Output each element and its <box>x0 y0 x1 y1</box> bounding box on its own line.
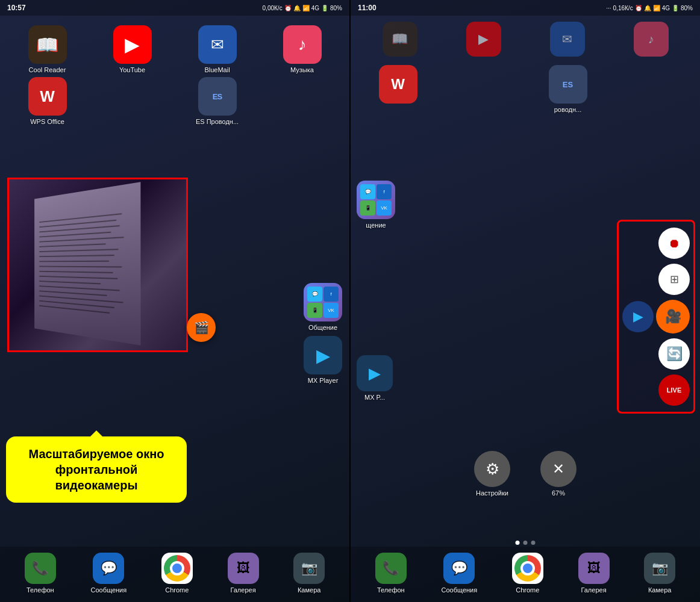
dock-sms-right[interactable]: 💬 Сообщения <box>441 553 477 594</box>
video-cam-btn[interactable]: 🎥 <box>656 300 690 334</box>
app-es[interactable]: ES ES Проводн... <box>177 77 257 125</box>
dock-camera-left[interactable]: 📷 Камера <box>293 553 325 594</box>
left-phone-screen: 10:57 0,00К/с ⏰ 🔔 📶 4G 🔋 80% 📖 Cool Read… <box>0 0 349 602</box>
dock-gallery-right[interactable]: 🖼 Галерея <box>578 553 610 594</box>
youtube-icon: ▶ <box>113 25 152 64</box>
dot-2 <box>523 541 528 545</box>
phone-label-left: Телефон <box>27 586 54 594</box>
gear-icon: ⚙ <box>486 460 499 479</box>
right-wps-icon: W <box>379 65 417 104</box>
record-btn[interactable]: ⏺ <box>658 228 690 259</box>
settings-item[interactable]: ⚙ Настройки <box>474 451 510 497</box>
play-icon: ▶ <box>633 309 643 324</box>
left-app-grid-row2: W WPS Office ES ES Проводн... <box>0 73 349 125</box>
left-network-type: 4G <box>311 5 319 11</box>
left-dock: 📞 Телефон 💬 Сообщения Chrome 🖼 Галерея 📷 <box>0 547 349 602</box>
left-battery-icon: 🔋 <box>321 5 328 11</box>
app-bluemail[interactable]: ✉ BlueMail <box>177 25 257 73</box>
dot-1 <box>516 541 520 545</box>
camera-book-visual <box>34 182 140 346</box>
right-dock: 📞 Телефон 💬 Сообщения Chrome 🖼 Галерея 📷 <box>351 547 700 602</box>
right-empty-icon <box>464 65 502 104</box>
partial-coolreader: 📖 <box>383 22 417 57</box>
right-battery-icon: 🔋 <box>672 5 679 11</box>
settings-ctrl-btn[interactable]: 🔄 <box>658 338 690 370</box>
sms-icon-right: 💬 <box>443 553 475 584</box>
video-cam-icon: 🎥 <box>665 309 681 324</box>
mxplayer-icon: ▶ <box>304 336 342 374</box>
camera-preview-box[interactable] <box>7 178 188 352</box>
es-icon: ES <box>198 77 237 116</box>
right-empty2 <box>613 65 693 113</box>
settings-circle-icon: ⚙ <box>474 451 510 487</box>
left-app-grid-row1: 📖 Cool Reader ▶ YouTube ✉ BlueMail ♪ Муз… <box>0 16 349 73</box>
left-volume-icon: 🔔 <box>293 5 301 11</box>
dock-gallery-left[interactable]: 🖼 Галерея <box>228 553 259 594</box>
app-mxplayer[interactable]: ▶ MX Player <box>304 336 342 384</box>
right-es: ES роводн... <box>528 65 608 113</box>
sms-icon-left: 💬 <box>93 553 124 584</box>
right-col-apps: 💬 f 📱 VK Общение ▶ MX Player <box>304 283 342 384</box>
chrome-label-left: Chrome <box>165 586 189 594</box>
recorder-float-btn[interactable]: 🎬 <box>187 313 216 342</box>
dock-sms-left[interactable]: 💬 Сообщения <box>90 553 127 594</box>
settings-label: Настройки <box>476 489 508 497</box>
app-coolreader[interactable]: 📖 Cool Reader <box>7 25 87 73</box>
wps-label: WPS Office <box>30 118 64 125</box>
dock-phone-left[interactable]: 📞 Телефон <box>25 553 56 594</box>
right-empty2-icon <box>634 65 672 104</box>
bluemail-label: BlueMail <box>204 66 230 73</box>
settings-67-row: ⚙ Настройки ✕ 67% <box>351 451 700 497</box>
dock-camera-right[interactable]: 📷 Камера <box>644 553 675 594</box>
wps-icon: W <box>28 77 67 116</box>
camera-icon-right: 📷 <box>644 553 675 584</box>
coolreader-icon: 📖 <box>28 25 67 64</box>
right-phone-screen: 11:00 ··· 0,16К/с ⏰ 🔔 📶 4G 🔋 80% 📖 ▶ ✉ ♪… <box>351 0 700 602</box>
left-network-speed: 0,00К/с <box>263 5 283 11</box>
dock-phone-right[interactable]: 📞 Телефон <box>375 553 407 594</box>
dock-chrome-left[interactable]: Chrome <box>161 553 193 594</box>
right-mx-label: МХ Р... <box>364 394 385 401</box>
right-mxplayer-partial: ▶ МХ Р... <box>357 355 393 401</box>
empty-icon-2 <box>283 77 322 116</box>
music-label: Музыка <box>290 66 314 73</box>
right-empty <box>443 65 523 113</box>
app-empty2 <box>262 77 342 125</box>
control-panel: ⏺ ⊞ ▶ 🎥 🔄 LIVE <box>617 220 695 414</box>
right-obshenie-label: щение <box>366 222 386 229</box>
dot-3 <box>531 541 536 545</box>
app-obshenie[interactable]: 💬 f 📱 VK Общение <box>304 283 342 331</box>
grid-btn[interactable]: ⊞ <box>658 264 690 295</box>
camera-label-right: Камера <box>648 586 671 594</box>
right-row2: W ES роводн... <box>351 60 700 118</box>
empty-icon-1 <box>113 77 152 116</box>
right-status-icons: ··· 0,16К/с ⏰ 🔔 📶 4G 🔋 80% <box>606 5 693 11</box>
balloon-left-text: Масштабируемое окно фронтальной видеокам… <box>28 447 164 492</box>
right-volume-icon: 🔔 <box>644 5 651 11</box>
camera-preview-inner <box>9 179 186 350</box>
right-network-speed: 0,16К/с <box>613 5 633 11</box>
left-status-icons: 0,00К/с ⏰ 🔔 📶 4G 🔋 80% <box>263 5 342 11</box>
percent-item[interactable]: ✕ 67% <box>540 451 577 497</box>
app-wps[interactable]: W WPS Office <box>7 77 87 125</box>
left-alarm-icon: ⏰ <box>284 5 292 11</box>
music-icon: ♪ <box>283 25 322 64</box>
gallery-icon-left: 🖼 <box>228 553 259 584</box>
live-label: LIVE <box>667 386 681 394</box>
play-btn[interactable]: ▶ <box>622 301 654 332</box>
right-network-type: 4G <box>662 5 670 11</box>
record-icon: ⏺ <box>668 237 680 250</box>
partial-music: ♪ <box>634 22 669 57</box>
live-btn[interactable]: LIVE <box>658 374 690 406</box>
right-folder-icon: 💬 f 📱 VK <box>357 181 395 219</box>
app-youtube[interactable]: ▶ YouTube <box>92 25 172 73</box>
close-icon: ✕ <box>552 461 564 477</box>
right-obshenie: 💬 f 📱 VK щение <box>357 181 395 229</box>
coolreader-label: Cool Reader <box>29 66 66 73</box>
dock-chrome-right[interactable]: Chrome <box>512 553 543 594</box>
app-music[interactable]: ♪ Музыка <box>262 25 342 73</box>
gallery-icon-right: 🖼 <box>578 553 610 584</box>
right-es-icon: ES <box>549 65 587 104</box>
left-status-bar: 10:57 0,00К/с ⏰ 🔔 📶 4G 🔋 80% <box>0 0 349 16</box>
camera-label-left: Камера <box>298 586 320 594</box>
